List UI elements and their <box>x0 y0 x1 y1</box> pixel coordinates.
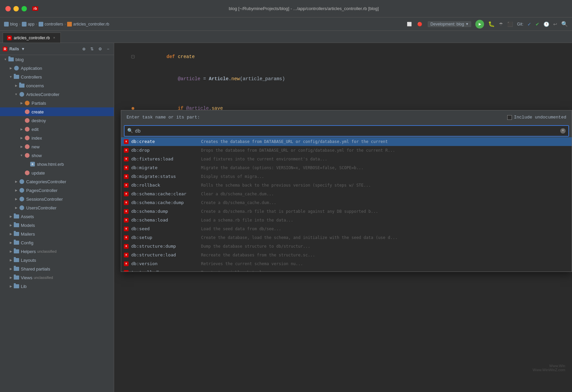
tree-item-partials[interactable]: Partials <box>0 99 114 107</box>
add-button[interactable]: ⊕ <box>81 46 87 52</box>
tab-articles-controller[interactable]: rb articles_controller.rb × <box>3 33 61 43</box>
minimize-button[interactable] <box>13 6 19 11</box>
tree-item-blog[interactable]: blog <box>0 55 114 64</box>
result-name-3: db:fixtures:load <box>131 155 198 163</box>
result-name-1: db:create <box>131 138 198 145</box>
tree-item-sessions-controller[interactable]: SessionsController <box>0 195 114 203</box>
rake-icon-11: R <box>124 227 129 231</box>
result-name-10: db:schema:load <box>131 216 198 224</box>
run-config-selector[interactable]: Development: blog ▼ <box>428 21 471 27</box>
include-undocumented-checkbox[interactable] <box>507 115 512 120</box>
search-clear-button[interactable]: × <box>560 128 566 134</box>
result-item-db-structure-load[interactable]: R db:structure:load Recreate the databas… <box>121 251 572 259</box>
coverage-icon[interactable]: ☂ <box>499 21 503 27</box>
git-commit-icon[interactable]: ✔ <box>535 21 539 27</box>
code-line-2: @article = Article.new(article_params) <box>114 68 572 90</box>
search-input-value[interactable]: db <box>135 127 558 135</box>
tree-item-assets[interactable]: Assets <box>0 212 114 221</box>
tree-item-articles-controller[interactable]: ArticlesController <box>0 90 114 99</box>
tree-item-helpers[interactable]: Helpers unclassified <box>0 247 114 256</box>
breadcrumb-file[interactable]: articles_controller.rb <box>67 22 109 27</box>
tree-item-show[interactable]: show <box>0 151 114 160</box>
include-undocumented-option[interactable]: Include undocumented <box>507 114 566 121</box>
tree-item-lib[interactable]: Lib <box>0 282 114 291</box>
tree-item-users-controller[interactable]: UsersController <box>0 203 114 212</box>
rails-run-icon: 🔴 <box>417 22 422 27</box>
tree-item-update[interactable]: update <box>0 168 114 177</box>
folder-icon-config <box>13 240 19 246</box>
tree-item-concerns[interactable]: concerns <box>0 81 114 90</box>
debug-icon[interactable]: 🐛 <box>488 21 495 27</box>
arrow-edit <box>19 127 24 132</box>
tree-item-categories-controller[interactable]: CategoriesController <box>0 177 114 186</box>
tree-item-edit[interactable]: edit <box>0 125 114 134</box>
tree-label-config: Config <box>21 240 34 245</box>
sidebar[interactable]: R Rails ▼ ⊕ ⇅ ⚙ − blog Application <box>0 43 114 392</box>
git-revert-icon[interactable]: ↩ <box>553 21 557 27</box>
action-icon-new <box>24 144 30 150</box>
tree-item-show-erb[interactable]: R show.html.erb <box>0 160 114 168</box>
result-item-db-create[interactable]: R db:create Creates the database from DA… <box>121 137 572 146</box>
dropdown-icon-sidebar[interactable]: ▼ <box>21 47 25 51</box>
breadcrumb-sep2: › <box>36 22 37 27</box>
run-button[interactable] <box>475 20 484 29</box>
tree-item-config[interactable]: Config <box>0 238 114 247</box>
git-check-icon[interactable]: ✓ <box>527 21 531 27</box>
tree-item-index[interactable]: index <box>0 134 114 142</box>
tree-item-new[interactable]: new <box>0 142 114 151</box>
result-item-db-schema-load[interactable]: R db:schema:load Load a schema.rb file i… <box>121 216 572 225</box>
breadcrumb-controllers[interactable]: controllers <box>39 22 63 27</box>
tree-item-destroy[interactable]: destroy <box>0 116 114 125</box>
tree-item-shared-partials[interactable]: Shared partials <box>0 264 114 273</box>
result-item-test-all-db[interactable]: R test:all:db Run tests quickly, but als… <box>121 268 572 272</box>
sidebar-title: Rails <box>9 47 19 51</box>
preview-icon[interactable]: ⬜ <box>407 22 412 27</box>
tree-label-blog: blog <box>15 57 24 62</box>
result-item-db-setup[interactable]: R db:setup Create the database, load the… <box>121 233 572 242</box>
result-item-db-drop[interactable]: R db:drop Drops the database from DATABA… <box>121 146 572 155</box>
tree-item-models[interactable]: Models <box>0 221 114 230</box>
result-item-db-structure-dump[interactable]: R db:structure:dump Dump the database st… <box>121 242 572 251</box>
action-icon-update <box>24 170 30 176</box>
maximize-button[interactable] <box>21 6 27 11</box>
close-button[interactable] <box>5 6 11 11</box>
search-icon[interactable]: 🔍 <box>561 21 568 27</box>
result-name-6: db:rollback <box>131 182 198 189</box>
result-item-db-schema-cache-clear[interactable]: R db:schema:cache:clear Clear a db/schem… <box>121 190 572 198</box>
tree-item-pages-controller[interactable]: PagesController <box>0 186 114 195</box>
fold-4[interactable] <box>130 107 136 110</box>
result-item-db-seed[interactable]: R db:seed Load the seed data from db/see… <box>121 225 572 233</box>
tree-item-create[interactable]: create <box>0 107 114 116</box>
tree-label-destroy: destroy <box>32 118 46 123</box>
result-item-db-migrate[interactable]: R db:migrate Migrate the database (optio… <box>121 163 572 172</box>
folder-icon-layouts <box>13 257 19 263</box>
breadcrumb-app[interactable]: app <box>22 22 35 27</box>
stop-icon[interactable]: ⬛ <box>507 21 513 27</box>
settings-button[interactable]: ⚙ <box>97 46 103 52</box>
tree-label-assets: Assets <box>21 214 34 219</box>
code-editor[interactable]: − def create @article = Article.new(arti… <box>114 43 572 392</box>
result-item-db-schema-cache-dump[interactable]: R db:schema:cache:dump Create a db/schem… <box>121 198 572 207</box>
sort-button[interactable]: ⇅ <box>89 46 95 52</box>
tab-label: articles_controller.rb <box>14 36 50 40</box>
result-item-db-rollback[interactable]: R db:rollback Rolls the schema back to t… <box>121 181 572 190</box>
rake-icon-6: R <box>124 183 129 188</box>
collapse-button[interactable]: − <box>105 46 111 52</box>
result-item-db-schema-dump[interactable]: R db:schema:dump Create a db/schema.rb f… <box>121 207 572 216</box>
tree-item-layouts[interactable]: Layouts <box>0 256 114 264</box>
result-item-db-migrate-status[interactable]: R db:migrate:status Display status of mi… <box>121 172 572 181</box>
tree-item-mailers[interactable]: Mailers <box>0 230 114 238</box>
search-box[interactable]: 🔍 db × <box>124 125 569 137</box>
fold-1[interactable]: − <box>130 55 136 58</box>
result-item-db-fixtures-load[interactable]: R db:fixtures:load Load fixtures into th… <box>121 155 572 163</box>
tree-item-views[interactable]: Views unclassified <box>0 273 114 282</box>
rake-icon-2: R <box>124 148 129 153</box>
tab-close-button[interactable]: × <box>52 36 56 40</box>
tree-item-controllers[interactable]: Controllers <box>0 72 114 81</box>
task-dialog[interactable]: Enter task name or its part: Include und… <box>121 110 572 272</box>
breadcrumb-blog[interactable]: blog <box>4 22 18 27</box>
result-item-db-version[interactable]: R db:version Retrieves the current schem… <box>121 259 572 268</box>
git-history-icon[interactable]: 🕐 <box>543 21 549 27</box>
tree-item-application[interactable]: Application <box>0 64 114 72</box>
folder-icon-controllers <box>39 22 43 27</box>
